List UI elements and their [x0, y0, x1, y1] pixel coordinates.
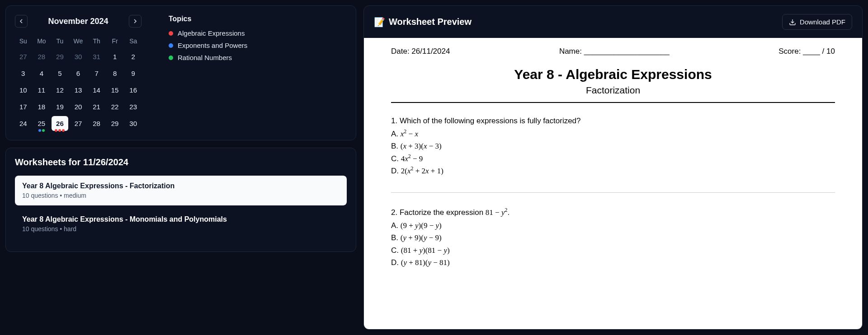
calendar-day-prev-month[interactable]: 27 [15, 49, 32, 64]
question-option: C. (81 + y)(81 − y) [391, 244, 835, 256]
worksheet-title: Year 8 Algebraic Expressions - Monomials… [22, 215, 340, 223]
calendar-dow: Sa [125, 35, 142, 47]
calendar-day[interactable]: 22 [107, 99, 123, 114]
calendar-event-dot [58, 129, 61, 132]
doc-score: Score: ____ / 10 [778, 47, 835, 56]
calendar-day[interactable]: 15 [107, 83, 123, 98]
question-divider [391, 192, 835, 193]
worksheets-panel: Worksheets for 11/26/2024 Year 8 Algebra… [5, 148, 356, 252]
calendar-day[interactable]: 19 [52, 99, 68, 114]
chevron-right-icon [132, 18, 139, 25]
calendar-day[interactable]: 23 [125, 99, 142, 114]
calendar-day-prev-month[interactable]: 30 [70, 49, 87, 64]
calendar-day[interactable]: 21 [88, 99, 105, 114]
calendar-day[interactable]: 29 [107, 116, 123, 131]
calendar-dow: Th [88, 35, 105, 47]
calendar-day[interactable]: 26 [52, 116, 68, 131]
calendar-day[interactable]: 4 [33, 66, 50, 81]
calendar-day[interactable]: 11 [33, 83, 50, 98]
topic-label: Algebraic Expressions [178, 29, 245, 37]
worksheet-meta: 10 questions • medium [22, 192, 340, 199]
calendar-day[interactable]: 1 [107, 49, 123, 64]
calendar-dow: Tu [52, 35, 68, 47]
calendar-title: November 2024 [48, 17, 108, 26]
question-option: D. 2(x2 + 2x + 1) [391, 165, 835, 177]
doc-name-field: Name: ____________________ [559, 47, 670, 56]
calendar-day[interactable]: 28 [88, 116, 105, 131]
question-option: A. x2 − x [391, 128, 835, 140]
calendar-dow: We [70, 35, 87, 47]
calendar-day[interactable]: 27 [70, 116, 87, 131]
calendar-event-dot [62, 129, 65, 132]
topic-color-dot [169, 43, 173, 48]
question-option: C. 4x2 − 9 [391, 153, 835, 165]
topic-color-dot [169, 31, 173, 36]
doc-title: Year 8 - Algebraic Expressions [391, 67, 835, 82]
calendar-day[interactable]: 9 [125, 66, 142, 81]
calendar-day[interactable]: 2 [125, 49, 142, 64]
calendar-event-dot [55, 129, 57, 132]
calendar-day-prev-month[interactable]: 29 [52, 49, 68, 64]
question-text: 2. Factorize the expression 81 − y2. [391, 206, 835, 219]
topic-label: Rational Numbers [178, 54, 232, 61]
calendar-day[interactable]: 14 [88, 83, 105, 98]
topics-list: Topics Algebraic ExpressionsExponents an… [169, 15, 247, 131]
calendar-day[interactable]: 13 [70, 83, 87, 98]
calendar-day[interactable]: 12 [52, 83, 68, 98]
calendar-prev-button[interactable] [15, 15, 28, 28]
doc-date: Date: 26/11/2024 [391, 47, 450, 56]
download-icon [789, 19, 796, 26]
question-option: B. (x + 3)(x − 3) [391, 140, 835, 152]
calendar-day[interactable]: 6 [70, 66, 87, 81]
calendar-day[interactable]: 8 [107, 66, 123, 81]
calendar-day[interactable]: 5 [52, 66, 68, 81]
preview-title: 📝 Worksheet Preview [374, 17, 472, 28]
calendar-next-button[interactable] [129, 15, 142, 28]
calendar-day[interactable]: 7 [88, 66, 105, 81]
worksheet-meta: 10 questions • hard [22, 225, 340, 233]
calendar-event-dot [42, 129, 45, 132]
calendar-day[interactable]: 30 [125, 116, 142, 131]
calendar: November 2024 SuMoTuWeThFrSa272829303112… [15, 15, 142, 131]
download-label: Download PDF [800, 18, 845, 26]
preview-title-text: Worksheet Preview [389, 17, 472, 27]
calendar-day-prev-month[interactable]: 28 [33, 49, 50, 64]
calendar-day[interactable]: 25 [33, 116, 50, 131]
calendar-day[interactable]: 10 [15, 83, 32, 98]
worksheet-title: Year 8 Algebraic Expressions - Factoriza… [22, 182, 340, 190]
topic-item[interactable]: Algebraic Expressions [169, 29, 247, 37]
calendar-day[interactable]: 20 [70, 99, 87, 114]
calendar-dow: Su [15, 35, 32, 47]
topic-color-dot [169, 56, 173, 60]
preview-document[interactable]: Date: 26/11/2024 Name: _________________… [364, 38, 862, 329]
question-text: 1. Which of the following expressions is… [391, 115, 835, 127]
calendar-day[interactable]: 24 [15, 116, 32, 131]
topic-item[interactable]: Rational Numbers [169, 54, 247, 61]
worksheet-icon: 📝 [374, 17, 385, 28]
doc-subtitle: Factorization [391, 85, 835, 96]
calendar-day-prev-month[interactable]: 31 [88, 49, 105, 64]
preview-panel: 📝 Worksheet Preview Download PDF Date: 2… [363, 5, 863, 330]
question-option: B. (y + 9)(y − 9) [391, 232, 835, 244]
calendar-day[interactable]: 16 [125, 83, 142, 98]
worksheet-item[interactable]: Year 8 Algebraic Expressions - Factoriza… [15, 176, 347, 205]
question: 2. Factorize the expression 81 − y2.A. (… [391, 206, 835, 269]
calendar-day[interactable]: 3 [15, 66, 32, 81]
calendar-dow: Mo [33, 35, 50, 47]
calendar-day[interactable]: 18 [33, 99, 50, 114]
question-option: D. (y + 81)(y − 81) [391, 256, 835, 269]
worksheet-item[interactable]: Year 8 Algebraic Expressions - Monomials… [15, 209, 347, 239]
question: 1. Which of the following expressions is… [391, 115, 835, 177]
calendar-day[interactable]: 17 [15, 99, 32, 114]
topic-item[interactable]: Exponents and Powers [169, 42, 247, 49]
topic-label: Exponents and Powers [178, 42, 247, 49]
calendar-event-dot [38, 129, 41, 132]
calendar-dow: Fr [107, 35, 123, 47]
download-pdf-button[interactable]: Download PDF [782, 14, 852, 30]
topics-heading: Topics [169, 15, 247, 23]
question-option: A. (9 + y)(9 − y) [391, 219, 835, 232]
doc-divider [391, 102, 835, 103]
chevron-left-icon [18, 18, 25, 25]
worksheets-heading: Worksheets for 11/26/2024 [15, 157, 347, 168]
